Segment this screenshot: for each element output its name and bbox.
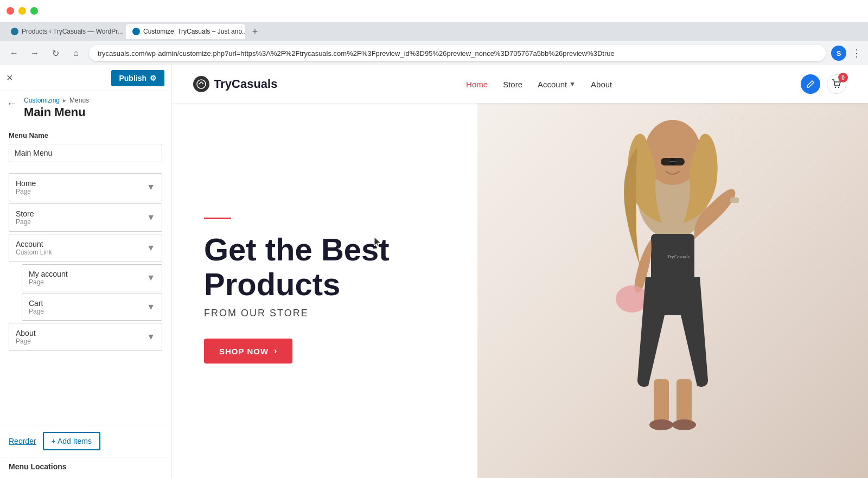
menu-name-section: Menu Name	[0, 125, 171, 169]
menu-item-cart[interactable]: Cart Page ▼	[22, 294, 162, 321]
nav-link-account[interactable]: Account ▼	[538, 80, 576, 89]
menu-item-store-name: Store	[16, 209, 34, 218]
menu-name-label: Menu Name	[9, 131, 162, 139]
window-minimize-btn[interactable]	[18, 7, 26, 15]
breadcrumb-area: ← Customizing ▸ Menus Main Menu	[0, 91, 171, 125]
menu-item-myaccount-name: My account	[29, 270, 68, 278]
tab-favicon-customize	[132, 28, 140, 35]
site-nav: Home Store Account ▼ About	[466, 80, 612, 89]
site-header: TryCasuals Home Store Account ▼ About	[171, 65, 868, 103]
hero-heading: Get the Best Products	[204, 232, 464, 302]
tab-label-products: Products ‹ TryCasuals — WordPr...	[22, 28, 123, 35]
nav-link-store[interactable]: Store	[503, 80, 522, 89]
logo-icon	[193, 76, 209, 92]
svg-rect-10	[730, 197, 739, 203]
add-items-button[interactable]: + Add Items	[43, 432, 100, 450]
back-to-customizing-button[interactable]: ←	[0, 91, 24, 115]
header-icons: 0	[801, 74, 846, 94]
tab-customize[interactable]: Customize: TryCasuals – Just ano... ×	[126, 24, 245, 39]
back-button[interactable]: ←	[7, 46, 22, 61]
window-close-btn[interactable]	[7, 7, 14, 15]
hero-heading-line1: Get the Best	[204, 232, 390, 267]
menu-item-myaccount-type: Page	[29, 278, 68, 286]
menu-item-store-type: Page	[16, 218, 34, 226]
shop-now-button[interactable]: SHOP NOW ›	[204, 339, 292, 364]
menu-item-about[interactable]: About Page ▼	[9, 323, 162, 351]
breadcrumb-parent-link[interactable]: Customizing	[24, 97, 60, 104]
tab-favicon-products	[11, 28, 18, 35]
account-dropdown-icon: ▼	[569, 80, 576, 88]
menu-item-home[interactable]: Home Page ▼	[9, 173, 162, 201]
svg-point-13	[649, 419, 673, 430]
nav-link-home[interactable]: Home	[466, 80, 488, 89]
back-chevron-icon: ←	[7, 97, 17, 110]
refresh-icon: ↻	[52, 48, 59, 59]
menu-locations-section: Menu Locations	[0, 457, 171, 478]
svg-point-14	[672, 419, 696, 430]
svg-point-1	[835, 87, 836, 88]
customizer-close-button[interactable]: ×	[7, 72, 13, 84]
forward-icon: →	[30, 48, 39, 58]
svg-rect-11	[654, 379, 669, 423]
cart-button[interactable]: 0	[827, 74, 846, 94]
address-bar: ← → ↻ ⌂ S ⋮	[0, 41, 868, 65]
back-icon: ←	[10, 48, 18, 58]
publish-button[interactable]: Publish ⚙	[111, 70, 164, 86]
menu-item-myaccount[interactable]: My account Page ▼	[22, 264, 162, 291]
tab-products[interactable]: Products ‹ TryCasuals — WordPr... ×	[4, 24, 124, 39]
site-logo: TryCasuals	[193, 76, 277, 92]
woman-figure: TryCasuals	[537, 109, 808, 478]
hero-image: TryCasuals	[477, 103, 868, 478]
menu-item-store-arrow: ▼	[146, 213, 155, 222]
reorder-button[interactable]: Reorder	[9, 437, 36, 445]
menu-item-home-name: Home	[16, 179, 36, 188]
title-bar	[0, 0, 868, 22]
profile-button[interactable]: S	[831, 46, 846, 61]
menu-item-home-type: Page	[16, 188, 36, 195]
tab-label-customize: Customize: TryCasuals – Just ano...	[143, 28, 245, 35]
site-logo-text: TryCasuals	[214, 77, 277, 91]
breadcrumb-current: Menus	[69, 97, 89, 104]
menu-item-about-name: About	[16, 329, 36, 337]
menu-item-account[interactable]: Account Custom Link ▼	[9, 234, 162, 262]
window-controls	[7, 7, 38, 15]
menu-item-about-type: Page	[16, 337, 36, 345]
customizer-topbar: × Publish ⚙	[0, 65, 171, 91]
menu-item-account-arrow: ▼	[146, 243, 155, 253]
svg-point-0	[197, 80, 206, 88]
close-icon: ×	[7, 72, 13, 84]
window-maximize-btn[interactable]	[30, 7, 38, 15]
preview-area: TryCasuals Home Store Account ▼ About	[171, 65, 868, 478]
menu-item-cart-arrow: ▼	[146, 302, 155, 312]
customizer-sidebar: × Publish ⚙ ← Customizing ▸ Menus Main M…	[0, 65, 171, 478]
menu-name-input[interactable]	[9, 144, 162, 162]
nav-link-about[interactable]: About	[591, 80, 612, 89]
edit-pencil-button[interactable]	[801, 74, 820, 94]
refresh-button[interactable]: ↻	[48, 46, 63, 61]
forward-button[interactable]: →	[27, 46, 42, 61]
svg-rect-12	[676, 379, 692, 423]
svg-point-2	[838, 87, 839, 88]
publish-label: Publish	[119, 74, 146, 82]
svg-text:TryCasuals: TryCasuals	[667, 254, 690, 259]
new-tab-button[interactable]: +	[247, 24, 263, 39]
shop-arrow-icon: ›	[274, 346, 277, 356]
menu-actions: Reorder + Add Items	[0, 425, 171, 457]
nav-account-label: Account	[538, 80, 567, 89]
menu-item-about-arrow: ▼	[146, 332, 155, 342]
browser-menu-button[interactable]: ⋮	[852, 47, 861, 59]
home-button[interactable]: ⌂	[68, 46, 84, 61]
main-layout: × Publish ⚙ ← Customizing ▸ Menus Main M…	[0, 65, 868, 478]
menu-item-store[interactable]: Store Page ▼	[9, 203, 162, 232]
home-icon: ⌂	[73, 48, 79, 58]
menu-item-myaccount-arrow: ▼	[146, 273, 155, 283]
menu-locations-label: Menu Locations	[9, 462, 67, 471]
menu-item-account-name: Account	[16, 240, 52, 248]
hero-heading-line2: Products	[204, 266, 340, 302]
hero-subheading: FROM OUR STORE	[204, 308, 464, 319]
hero-divider	[204, 218, 231, 219]
address-input[interactable]	[89, 45, 826, 61]
shop-now-label: SHOP NOW	[219, 347, 269, 356]
menu-item-cart-type: Page	[29, 308, 44, 315]
menu-item-home-arrow: ▼	[146, 182, 155, 192]
